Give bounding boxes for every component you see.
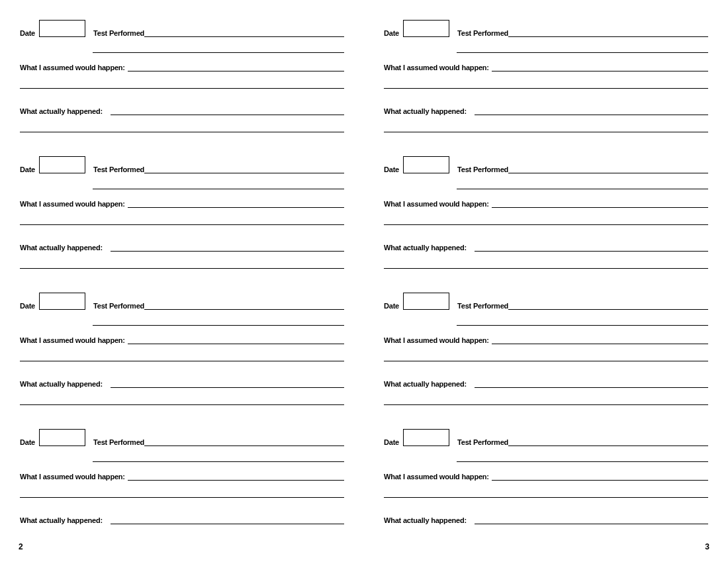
write-line[interactable]: [144, 29, 344, 37]
date-label: Date: [384, 302, 399, 310]
date-label: Date: [20, 438, 35, 446]
date-input-box[interactable]: [39, 156, 85, 173]
assumed-label: What I assumed would happen:: [20, 64, 125, 71]
write-line[interactable]: [144, 165, 344, 173]
log-entry: Date Test Performed What I assumed would…: [20, 293, 344, 405]
write-line[interactable]: [492, 473, 708, 481]
write-line[interactable]: [457, 181, 708, 189]
write-line[interactable]: [475, 380, 708, 388]
write-line[interactable]: [508, 165, 708, 173]
write-line[interactable]: [20, 217, 344, 225]
date-input-box[interactable]: [39, 20, 85, 37]
write-line[interactable]: [384, 261, 708, 269]
write-line[interactable]: [144, 302, 344, 310]
entries-left: Date Test Performed What I assumed would…: [20, 20, 344, 524]
write-line[interactable]: [93, 454, 344, 462]
test-performed-label: Test Performed: [457, 302, 508, 310]
log-entry: Date Test Performed What I assumed would…: [20, 20, 344, 132]
write-line[interactable]: [508, 438, 708, 446]
actual-label: What actually happened:: [384, 107, 467, 115]
date-label: Date: [20, 302, 35, 310]
write-line[interactable]: [20, 353, 344, 361]
assumed-label: What I assumed would happen:: [20, 473, 125, 481]
write-line[interactable]: [492, 64, 708, 71]
date-label: Date: [384, 165, 399, 173]
actual-label: What actually happened:: [384, 380, 467, 388]
write-line[interactable]: [93, 45, 344, 53]
write-line[interactable]: [20, 261, 344, 269]
assumed-label: What I assumed would happen:: [20, 200, 125, 208]
date-input-box[interactable]: [403, 20, 449, 37]
write-line[interactable]: [128, 64, 344, 71]
log-entry: Date Test Performed What I assumed would…: [384, 429, 708, 524]
assumed-label: What I assumed would happen:: [384, 200, 489, 208]
test-performed-label: Test Performed: [457, 165, 508, 173]
assumed-label: What I assumed would happen:: [384, 336, 489, 344]
write-line[interactable]: [128, 200, 344, 208]
write-line[interactable]: [128, 336, 344, 344]
actual-label: What actually happened:: [20, 244, 103, 252]
test-performed-label: Test Performed: [93, 29, 144, 37]
test-performed-label: Test Performed: [93, 302, 144, 310]
write-line[interactable]: [384, 124, 708, 132]
write-line[interactable]: [384, 397, 708, 405]
date-label: Date: [20, 29, 35, 37]
right-page: Date Test Performed What I assumed would…: [364, 0, 728, 562]
write-line[interactable]: [111, 380, 344, 388]
write-line[interactable]: [20, 490, 344, 498]
write-line[interactable]: [93, 181, 344, 189]
date-label: Date: [384, 29, 399, 37]
write-line[interactable]: [20, 397, 344, 405]
log-entry: Date Test Performed What I assumed would…: [384, 156, 708, 269]
test-performed-label: Test Performed: [457, 438, 508, 446]
page-spread: Date Test Performed What I assumed would…: [0, 0, 728, 562]
write-line[interactable]: [384, 490, 708, 498]
date-label: Date: [20, 165, 35, 173]
assumed-label: What I assumed would happen:: [384, 473, 489, 481]
write-line[interactable]: [384, 81, 708, 89]
date-input-box[interactable]: [39, 293, 85, 310]
actual-label: What actually happened:: [20, 380, 103, 388]
log-entry: Date Test Performed What I assumed would…: [20, 429, 344, 524]
write-line[interactable]: [475, 244, 708, 252]
write-line[interactable]: [111, 107, 344, 115]
write-line[interactable]: [111, 244, 344, 252]
log-entry: Date Test Performed What I assumed would…: [384, 293, 708, 405]
write-line[interactable]: [20, 81, 344, 89]
write-line[interactable]: [20, 124, 344, 132]
date-input-box[interactable]: [39, 429, 85, 446]
write-line[interactable]: [508, 302, 708, 310]
page-number-left: 2: [19, 542, 23, 551]
write-line[interactable]: [384, 353, 708, 361]
test-performed-label: Test Performed: [457, 29, 508, 37]
entries-right: Date Test Performed What I assumed would…: [384, 20, 708, 524]
actual-label: What actually happened:: [20, 107, 103, 115]
assumed-label: What I assumed would happen:: [20, 336, 125, 344]
write-line[interactable]: [492, 200, 708, 208]
date-input-box[interactable]: [403, 429, 449, 446]
write-line[interactable]: [492, 336, 708, 344]
write-line[interactable]: [111, 516, 344, 524]
date-input-box[interactable]: [403, 293, 449, 310]
write-line[interactable]: [475, 516, 708, 524]
page-number-right: 3: [705, 542, 709, 551]
write-line[interactable]: [384, 217, 708, 225]
write-line[interactable]: [475, 107, 708, 115]
date-input-box[interactable]: [403, 156, 449, 173]
write-line[interactable]: [128, 473, 344, 481]
write-line[interactable]: [457, 318, 708, 326]
actual-label: What actually happened:: [384, 244, 467, 252]
actual-label: What actually happened:: [384, 516, 467, 524]
assumed-label: What I assumed would happen:: [384, 64, 489, 71]
write-line[interactable]: [457, 454, 708, 462]
log-entry: Date Test Performed What I assumed would…: [384, 20, 708, 132]
actual-label: What actually happened:: [20, 516, 103, 524]
test-performed-label: Test Performed: [93, 438, 144, 446]
write-line[interactable]: [508, 29, 708, 37]
write-line[interactable]: [93, 318, 344, 326]
log-entry: Date Test Performed What I assumed would…: [20, 156, 344, 269]
write-line[interactable]: [457, 45, 708, 53]
date-label: Date: [384, 438, 399, 446]
left-page: Date Test Performed What I assumed would…: [0, 0, 364, 562]
write-line[interactable]: [144, 438, 344, 446]
